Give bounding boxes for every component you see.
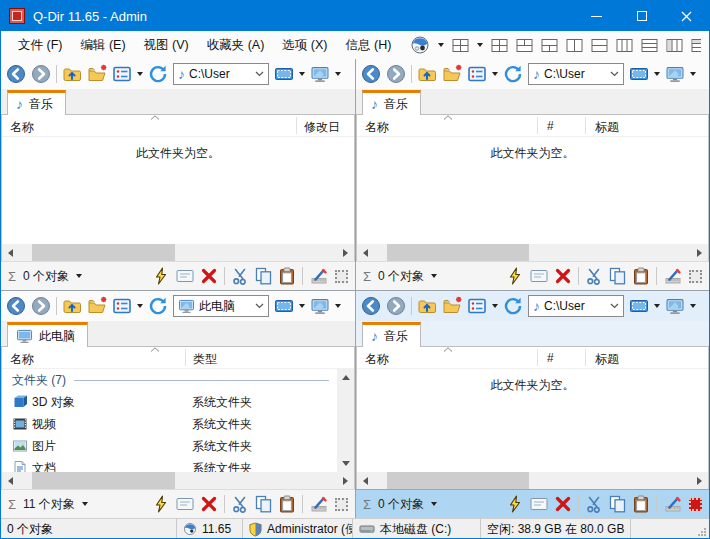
layout-3cols-icon[interactable] [616, 38, 633, 53]
column-separator[interactable] [537, 349, 538, 366]
layout-1top-2bottom-icon[interactable] [541, 38, 558, 53]
scroll-track[interactable] [19, 244, 337, 261]
folder-up-button[interactable] [417, 294, 437, 318]
layout-2rows-icon[interactable] [591, 38, 608, 53]
new-folder-button[interactable] [87, 294, 107, 318]
menu-edit[interactable]: 编辑 (E) [71, 33, 134, 58]
refresh-button[interactable] [503, 294, 523, 318]
scroll-up-arrow[interactable] [337, 369, 354, 386]
folder-up-button[interactable] [62, 62, 82, 86]
quick-actions-icon[interactable] [507, 492, 523, 516]
object-count-caret[interactable] [82, 502, 88, 506]
copy-icon[interactable] [609, 492, 626, 516]
selection-box-caret[interactable] [299, 304, 305, 308]
horizontal-scrollbar[interactable] [357, 244, 708, 261]
view-mode-button[interactable] [467, 294, 487, 318]
column-number[interactable]: # [547, 351, 554, 365]
column-name[interactable]: 名称 [365, 351, 389, 368]
combo-chevron-icon[interactable] [610, 71, 619, 77]
rename-icon[interactable] [176, 264, 194, 288]
layout-3cols-alt-icon[interactable] [666, 38, 683, 53]
column-title[interactable]: 标题 [595, 351, 619, 368]
folder-up-button[interactable] [62, 294, 82, 318]
delete-icon[interactable] [555, 264, 571, 288]
delete-icon[interactable] [201, 492, 217, 516]
object-count[interactable]: 0 个对象 [23, 268, 69, 285]
back-button[interactable] [361, 62, 381, 86]
scroll-left-arrow[interactable] [2, 244, 19, 261]
combo-chevron-icon[interactable] [255, 71, 264, 77]
cut-icon[interactable] [586, 264, 602, 288]
column-title[interactable]: 标题 [595, 119, 619, 136]
new-folder-button[interactable] [442, 294, 462, 318]
menu-info[interactable]: 信息 (H) [337, 33, 401, 58]
column-number[interactable]: # [547, 119, 554, 133]
edit-pencil-icon[interactable] [310, 492, 328, 516]
file-area[interactable]: 此文件夹为空。 [357, 137, 708, 244]
refresh-button[interactable] [148, 62, 168, 86]
delete-icon[interactable] [555, 492, 571, 516]
view-mode-button[interactable] [112, 294, 132, 318]
edit-pencil-icon[interactable] [664, 492, 682, 516]
paste-icon[interactable] [279, 492, 295, 516]
layout-3rows-alt-icon[interactable] [691, 38, 701, 53]
view-mode-caret[interactable] [137, 72, 143, 76]
layout-quad2-icon[interactable] [491, 38, 508, 53]
column-separator[interactable] [296, 117, 297, 134]
maximize-button[interactable] [619, 1, 664, 31]
scroll-left-arrow[interactable] [357, 244, 374, 261]
layout-2cols-icon[interactable] [566, 38, 583, 53]
group-header[interactable]: 文件夹 (7) [2, 369, 337, 391]
new-folder-button[interactable] [87, 62, 107, 86]
selection-box-caret[interactable] [654, 72, 660, 76]
scroll-right-arrow[interactable] [337, 244, 354, 261]
quick-actions-icon[interactable] [153, 264, 169, 288]
address-combo[interactable]: ♪ C:\User [528, 295, 624, 317]
combo-chevron-icon[interactable] [255, 303, 264, 309]
column-separator[interactable] [585, 117, 586, 134]
view-mode-button[interactable] [112, 62, 132, 86]
selection-box-button[interactable] [274, 62, 294, 86]
selection-box-button[interactable] [274, 294, 294, 318]
selection-box-caret[interactable] [299, 72, 305, 76]
desktop-button[interactable] [310, 294, 330, 318]
rename-icon[interactable] [530, 264, 548, 288]
selection-box-caret[interactable] [654, 304, 660, 308]
file-area[interactable]: 文件夹 (7) 3D 对象 系统文件夹 视频 系统文件夹 [2, 369, 354, 472]
scroll-left-arrow[interactable] [2, 472, 19, 489]
tab-music[interactable]: ♪ 音乐 [7, 90, 66, 115]
scroll-thumb[interactable] [32, 472, 175, 489]
column-separator[interactable] [585, 349, 586, 366]
list-item[interactable]: 图片 系统文件夹 [2, 435, 337, 457]
tab-this-pc[interactable]: ♪ 此电脑 [7, 322, 88, 347]
address-combo[interactable]: ♪ C:\User [173, 63, 269, 85]
column-separator[interactable] [537, 117, 538, 134]
forward-button[interactable] [386, 294, 406, 318]
list-item[interactable]: 3D 对象 系统文件夹 [2, 391, 337, 413]
address-combo[interactable]: ♪ C:\User [528, 63, 624, 85]
menu-options[interactable]: 选项 (X) [273, 33, 336, 58]
paste-icon[interactable] [279, 264, 295, 288]
copy-icon[interactable] [609, 264, 626, 288]
back-button[interactable] [361, 294, 381, 318]
object-count-caret[interactable] [431, 274, 437, 278]
object-count[interactable]: 0 个对象 [378, 268, 424, 285]
scroll-track[interactable] [374, 472, 691, 489]
pane-select-icon[interactable] [335, 498, 348, 511]
refresh-button[interactable] [503, 62, 523, 86]
combo-chevron-icon[interactable] [610, 303, 619, 309]
column-type[interactable]: 类型 [193, 351, 217, 368]
pane-select-icon[interactable] [335, 270, 348, 283]
column-name[interactable]: 名称 [10, 351, 34, 368]
object-count-caret[interactable] [431, 502, 437, 506]
quick-actions-icon[interactable] [153, 492, 169, 516]
view-mode-caret[interactable] [492, 304, 498, 308]
object-count[interactable]: 11 个对象 [23, 496, 75, 513]
object-count-caret[interactable] [76, 274, 82, 278]
desktop-caret[interactable] [690, 72, 696, 76]
back-button[interactable] [6, 62, 26, 86]
forward-button[interactable] [31, 294, 51, 318]
column-name[interactable]: 名称 [10, 119, 34, 136]
edit-pencil-icon[interactable] [310, 264, 328, 288]
pane-select-icon[interactable] [689, 270, 702, 283]
